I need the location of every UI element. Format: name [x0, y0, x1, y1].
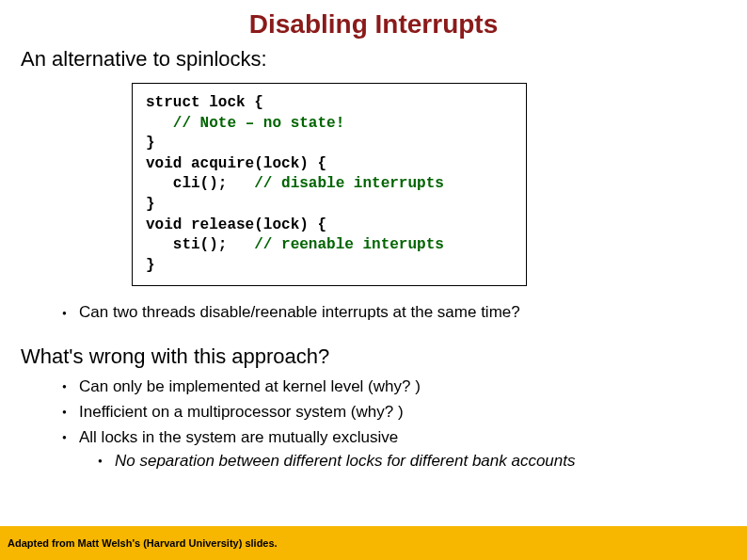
code-line-9: } [146, 257, 155, 274]
code-line-8-call: sti(); [146, 236, 254, 253]
list-item: Can only be implemented at kernel level … [62, 376, 747, 398]
code-line-7: void release(lock) { [146, 216, 326, 233]
code-line-3: } [146, 135, 155, 152]
list-item: All locks in the system are mutually exc… [62, 427, 747, 472]
bullet-list-1: Can two threads disable/reenable interru… [62, 303, 747, 322]
bullet-list-2: Can only be implemented at kernel level … [62, 376, 747, 472]
code-line-6: } [146, 196, 155, 213]
code-comment-reenable: // reenable interupts [254, 236, 444, 253]
slide-subtitle: An alternative to spinlocks: [21, 47, 747, 72]
list-item-text: All locks in the system are mutually exc… [79, 428, 398, 446]
code-line-5-call: cli(); [146, 175, 254, 192]
question-heading: What's wrong with this approach? [21, 344, 747, 369]
list-item: Can two threads disable/reenable interru… [62, 303, 747, 322]
nested-bullet-list: No separation between different locks fo… [98, 451, 747, 472]
footer-bar: Adapted from Matt Welsh's (Harvard Unive… [0, 526, 747, 560]
code-line-1: struct lock { [146, 94, 263, 111]
slide-title: Disabling Interrupts [0, 9, 747, 40]
code-block: struct lock { // Note – no state! } void… [132, 83, 527, 286]
code-line-2-indent [146, 115, 173, 132]
list-item-nested: No separation between different locks fo… [98, 451, 747, 472]
list-item: Inefficient on a multiprocessor system (… [62, 402, 747, 424]
code-line-4: void acquire(lock) { [146, 155, 326, 172]
code-comment-no-state: // Note – no state! [173, 115, 344, 132]
footer-attribution: Adapted from Matt Welsh's (Harvard Unive… [8, 537, 278, 549]
code-comment-disable: // disable interrupts [254, 175, 444, 192]
